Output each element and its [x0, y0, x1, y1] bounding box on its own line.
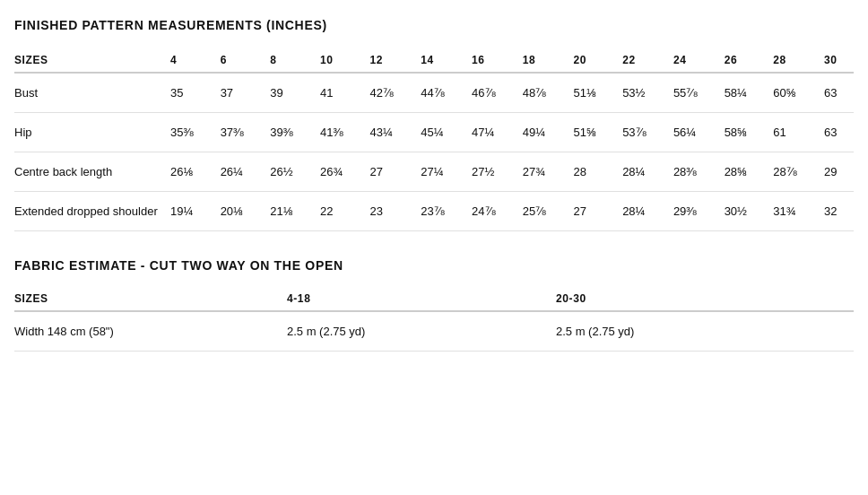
- size-col-header: 26: [721, 48, 770, 73]
- row-value: 26¼: [217, 152, 267, 192]
- row-value: 20⅛: [217, 192, 267, 231]
- row-value: 53½: [619, 73, 670, 113]
- row-value: 63: [820, 113, 854, 152]
- size-col-header: 12: [367, 48, 418, 73]
- row-value: 28¼: [619, 192, 670, 231]
- fabric-title: FABRIC ESTIMATE - CUT TWO WAY ON THE OPE…: [14, 258, 854, 273]
- fabric-row: Width 148 cm (58")2.5 m (2.75 yd)2.5 m (…: [14, 311, 854, 352]
- row-value: 21⅛: [266, 192, 317, 231]
- row-value: 27½: [468, 152, 519, 192]
- fabric-val1: 2.5 m (2.75 yd): [283, 311, 552, 352]
- size-col-header: 18: [519, 48, 570, 73]
- row-value: 56¼: [670, 113, 721, 152]
- row-value: 48⁷⁄₈: [519, 73, 570, 113]
- row-value: 32: [820, 192, 854, 231]
- size-col-header: 14: [417, 48, 468, 73]
- fabric-table: SIZES 4-18 20-30 Width 148 cm (58")2.5 m…: [14, 287, 854, 352]
- row-value: 27: [570, 192, 620, 231]
- row-value: 22: [317, 192, 367, 231]
- row-value: 26½: [266, 152, 317, 192]
- row-value: 51⅛: [570, 73, 620, 113]
- size-col-header: 6: [217, 48, 267, 73]
- row-value: 41: [317, 73, 367, 113]
- row-value: 49¼: [519, 113, 570, 152]
- size-col-header: 30: [820, 48, 854, 73]
- sizes-column-header: SIZES: [14, 48, 167, 73]
- row-value: 37³⁄₈: [217, 113, 267, 152]
- row-value: 28¼: [619, 152, 670, 192]
- size-col-header: 28: [769, 48, 820, 73]
- row-value: 39: [266, 73, 317, 113]
- row-value: 25⁷⁄₈: [519, 192, 570, 231]
- table-row: Bust3537394142⁷⁄₈44⁷⁄₈46⁷⁄₈48⁷⁄₈51⅛53½55…: [14, 73, 854, 113]
- size-col-header: 10: [317, 48, 367, 73]
- size-col-header: 8: [266, 48, 317, 73]
- size-col-header: 4: [167, 48, 217, 73]
- row-value: 28⅝: [721, 152, 770, 192]
- fabric-col1-header: 4-18: [283, 287, 552, 311]
- row-value: 58⅝: [721, 113, 770, 152]
- row-value: 27¼: [417, 152, 468, 192]
- row-value: 26⅛: [167, 152, 217, 192]
- fabric-val2: 2.5 m (2.75 yd): [552, 311, 854, 352]
- row-value: 28⁷⁄₈: [769, 152, 820, 192]
- row-label: Hip: [14, 113, 167, 152]
- row-value: 45¼: [417, 113, 468, 152]
- row-value: 28³⁄₈: [670, 152, 721, 192]
- row-value: 55⁷⁄₈: [670, 73, 721, 113]
- row-value: 35³⁄₈: [167, 113, 217, 152]
- row-value: 58¼: [721, 73, 770, 113]
- fabric-sizes-header: SIZES: [14, 287, 283, 311]
- row-value: 63: [820, 73, 854, 113]
- row-value: 46⁷⁄₈: [468, 73, 519, 113]
- table-row: Hip35³⁄₈37³⁄₈39³⁄₈41³⁄₈43¼45¼47¼49¼51⅝53…: [14, 113, 854, 152]
- row-value: 23: [367, 192, 418, 231]
- row-value: 27: [367, 152, 418, 192]
- row-value: 44⁷⁄₈: [417, 73, 468, 113]
- row-label: Centre back length: [14, 152, 167, 192]
- row-value: 29³⁄₈: [670, 192, 721, 231]
- row-value: 60⅝: [769, 73, 820, 113]
- row-value: 30½: [721, 192, 770, 231]
- row-value: 47¼: [468, 113, 519, 152]
- row-value: 23⁷⁄₈: [417, 192, 468, 231]
- row-value: 31¾: [769, 192, 820, 231]
- fabric-col2-header: 20-30: [552, 287, 854, 311]
- row-value: 39³⁄₈: [266, 113, 317, 152]
- row-value: 35: [167, 73, 217, 113]
- fabric-row-label: Width 148 cm (58"): [14, 311, 283, 352]
- row-label: Bust: [14, 73, 167, 113]
- page: FINISHED PATTERN MEASUREMENTS (INCHES) S…: [0, 0, 868, 369]
- table-row: Centre back length26⅛26¼26½26¾2727¼27½27…: [14, 152, 854, 192]
- row-value: 29: [820, 152, 854, 192]
- row-value: 61: [769, 113, 820, 152]
- row-value: 27¾: [519, 152, 570, 192]
- size-col-header: 20: [570, 48, 620, 73]
- row-value: 37: [217, 73, 267, 113]
- row-value: 19¼: [167, 192, 217, 231]
- size-col-header: 22: [619, 48, 670, 73]
- row-value: 42⁷⁄₈: [367, 73, 418, 113]
- size-col-header: 16: [468, 48, 519, 73]
- row-value: 53⁷⁄₈: [619, 113, 670, 152]
- size-col-header: 24: [670, 48, 721, 73]
- row-value: 41³⁄₈: [317, 113, 367, 152]
- measurements-table: SIZES 4681012141618202224262830 Bust3537…: [14, 48, 854, 231]
- row-value: 26¾: [317, 152, 367, 192]
- table-row: Extended dropped shoulder19¼20⅛21⅛222323…: [14, 192, 854, 231]
- row-value: 24⁷⁄₈: [468, 192, 519, 231]
- row-value: 28: [570, 152, 620, 192]
- row-value: 43¼: [367, 113, 418, 152]
- row-label: Extended dropped shoulder: [14, 192, 167, 231]
- measurements-title: FINISHED PATTERN MEASUREMENTS (INCHES): [14, 18, 854, 32]
- row-value: 51⅝: [570, 113, 620, 152]
